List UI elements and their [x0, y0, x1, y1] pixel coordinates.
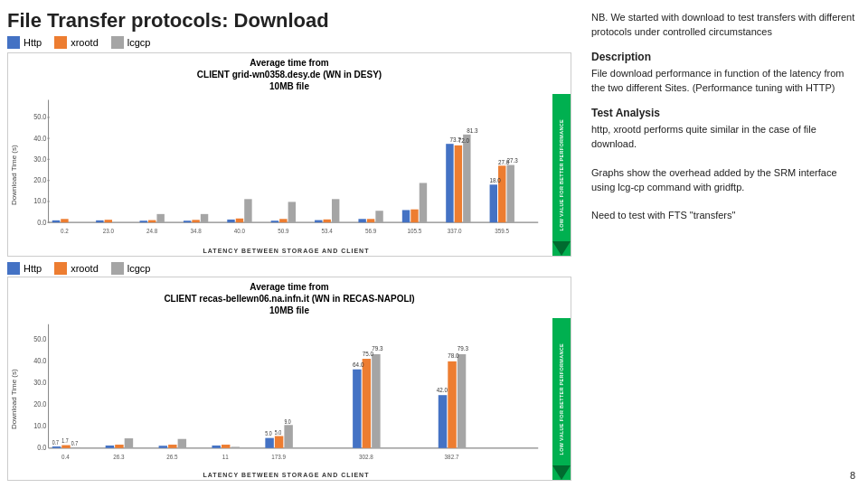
legend2-http-label: Http [24, 263, 42, 274]
chart1-y-axis: Download Time (s) [8, 94, 20, 256]
legend2-lcgcp-color [111, 262, 124, 275]
svg-rect-27 [192, 220, 199, 222]
svg-text:337.0: 337.0 [448, 227, 462, 234]
svg-rect-24 [156, 214, 164, 222]
chart2-svg: 0.0 10.0 20.0 30.0 40.0 50.0 0.4 26.3 [20, 318, 552, 470]
svg-rect-85 [222, 445, 230, 448]
chart1-svg: 0.0 10.0 20.0 30.0 40.0 50.0 0.2 [20, 94, 552, 246]
need-section: Need to test with FTS "transfers" [591, 209, 855, 223]
legend-xrootd: xrootd [54, 36, 99, 49]
svg-text:0.7: 0.7 [52, 439, 60, 446]
svg-rect-22 [140, 221, 147, 222]
svg-rect-78 [125, 438, 133, 448]
svg-text:0.7: 0.7 [71, 441, 79, 447]
svg-text:0.0: 0.0 [37, 218, 47, 227]
need-text: Need to test with FTS "transfers" [591, 209, 855, 223]
svg-rect-40 [332, 199, 339, 222]
svg-rect-81 [168, 445, 176, 448]
svg-text:34.8: 34.8 [190, 227, 201, 234]
legend-lcgcp-label: lcgcp [127, 37, 151, 48]
description-text: File download performance in function of… [591, 67, 855, 96]
legend2-http-color [7, 262, 20, 275]
legend-lcgcp-color [111, 36, 124, 49]
svg-text:0.4: 0.4 [61, 452, 70, 461]
svg-rect-74 [71, 447, 80, 448]
svg-text:20.0: 20.0 [33, 176, 47, 185]
svg-rect-86 [231, 446, 239, 447]
svg-rect-73 [61, 446, 70, 448]
svg-text:79.3: 79.3 [458, 343, 468, 352]
svg-rect-47 [410, 210, 418, 222]
svg-rect-90 [284, 425, 292, 448]
description-section: Description File download performance in… [591, 51, 855, 96]
svg-rect-23 [148, 221, 156, 223]
chart2-performance-label: LOW VALUE FOR BETTER PERFORMANCE [557, 342, 566, 456]
right-panel: NB. We started with download to test tra… [579, 0, 868, 488]
svg-text:56.9: 56.9 [365, 227, 376, 234]
svg-text:11: 11 [222, 452, 229, 461]
test-text: http, xrootd performs quite similar in t… [591, 123, 855, 195]
chart2-legend: Http xrootd lcgcp [7, 262, 571, 275]
svg-text:18.0: 18.0 [490, 177, 501, 184]
svg-rect-42 [358, 219, 365, 222]
svg-text:1.7: 1.7 [61, 438, 69, 445]
legend-xrootd-label: xrootd [71, 37, 99, 48]
chart1-performance-label: LOW VALUE FOR BETTER PERFORMANCE [557, 117, 566, 232]
svg-text:30.0: 30.0 [33, 155, 47, 164]
svg-text:0.2: 0.2 [61, 227, 69, 234]
svg-rect-50 [446, 144, 453, 222]
svg-text:5.0: 5.0 [265, 431, 272, 437]
svg-rect-43 [367, 219, 374, 222]
legend2-lcgcp-label: lcgcp [127, 263, 151, 274]
svg-text:81.3: 81.3 [467, 127, 477, 134]
svg-rect-35 [279, 219, 287, 222]
legend-http-label: Http [24, 37, 42, 48]
svg-text:26.3: 26.3 [113, 452, 124, 461]
svg-text:50.9: 50.9 [278, 227, 288, 234]
svg-rect-19 [105, 220, 112, 222]
chart1-x-axis-title: LATENCY BETWEEN STORAGE AND CLIENT [20, 248, 552, 254]
svg-rect-34 [271, 221, 278, 222]
svg-text:26.5: 26.5 [166, 452, 177, 461]
svg-text:42.0: 42.0 [437, 385, 448, 394]
svg-text:40.0: 40.0 [234, 227, 245, 234]
svg-text:9.0: 9.0 [284, 418, 291, 425]
svg-text:64.0: 64.0 [353, 360, 363, 369]
svg-text:0.0: 0.0 [37, 443, 46, 453]
page-title: File Transfer protocols: Download [7, 9, 571, 33]
svg-rect-72 [52, 446, 61, 448]
svg-rect-80 [159, 446, 167, 448]
svg-rect-15 [61, 219, 68, 222]
legend2-http: Http [7, 262, 42, 275]
svg-rect-99 [439, 395, 447, 448]
svg-text:173.9: 173.9 [271, 452, 286, 461]
svg-text:382.7: 382.7 [445, 452, 459, 461]
svg-rect-89 [275, 436, 283, 448]
svg-text:20.0: 20.0 [33, 399, 47, 408]
svg-text:27.3: 27.3 [507, 157, 518, 164]
legend-http: Http [7, 36, 42, 49]
chart-legend: Http xrootd lcgcp [7, 36, 571, 49]
svg-text:50.0: 50.0 [33, 333, 47, 343]
chart2-y-axis: Download Time (s) [8, 318, 20, 480]
svg-rect-51 [455, 145, 462, 222]
svg-text:10.0: 10.0 [33, 420, 47, 430]
svg-rect-59 [507, 165, 514, 223]
svg-rect-30 [227, 220, 234, 222]
nb-section: NB. We started with download to test tra… [591, 11, 855, 40]
svg-rect-31 [236, 219, 243, 222]
svg-text:105.5: 105.5 [408, 227, 422, 234]
svg-rect-101 [458, 354, 466, 448]
svg-rect-82 [178, 439, 186, 448]
svg-rect-18 [96, 221, 103, 222]
svg-rect-48 [420, 183, 427, 222]
description-title: Description [591, 51, 855, 63]
svg-rect-100 [448, 361, 456, 448]
legend-lcgcp: lcgcp [111, 36, 151, 49]
page-number: 8 [850, 470, 855, 481]
legend2-lcgcp: lcgcp [111, 262, 151, 275]
svg-text:40.0: 40.0 [33, 355, 47, 365]
svg-rect-76 [106, 446, 114, 448]
legend2-xrootd-color [54, 262, 67, 275]
svg-rect-32 [244, 199, 251, 222]
